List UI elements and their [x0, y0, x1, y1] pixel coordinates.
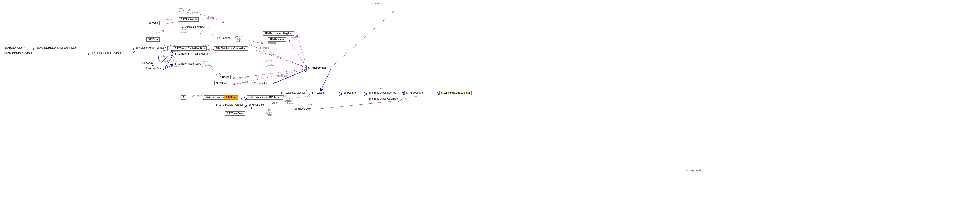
svg-text:_origin: _origin — [165, 19, 172, 21]
node-sfywidget[interactable]: SFYWidget — [310, 91, 326, 95]
node-sfywidget-colorrec[interactable]: SFYWidget::ColorRec — [279, 91, 307, 95]
svg-text:_handler: _handler — [239, 81, 248, 84]
node-label-sfaheap: SFAHeap< Alloc > — [4, 46, 24, 49]
node-sfxsize[interactable]: SFXSize — [146, 38, 160, 42]
diagram-container: _origin render_update _global _origin _s… — [0, 0, 980, 208]
node-label-sfydistributor: SFYDistributor — [251, 82, 267, 85]
svg-text:render_update: render_update — [184, 11, 199, 14]
node-sfxgraphics-fontrec[interactable]: SFXGraphics::FontRec — [177, 25, 207, 29]
node-label-sfxrgbcolor-rgbrec: SFXRGBColor::RGBRec — [216, 103, 243, 106]
node-sfydistributor-contextrec[interactable]: SFYDistributor::ContextRec — [214, 46, 248, 51]
svg-line-3 — [129, 51, 135, 54]
node-sfcerror[interactable]: SFCError — [224, 95, 238, 99]
node-label-sfybevelcolor: SFYBevelColor — [294, 107, 312, 110]
svg-text:_font: _font — [197, 33, 203, 35]
node-sfzsingletextboxcontrol[interactable]: SFZSingleTextBoxControl — [439, 91, 472, 95]
background-label: background — [686, 169, 701, 172]
svg-text:_real: _real — [236, 38, 241, 41]
svg-text:_handler: _handler — [266, 64, 274, 67]
svg-line-31 — [287, 96, 310, 99]
svg-text:_graphics: _graphics — [266, 42, 277, 44]
svg-text:_context: _context — [370, 3, 379, 5]
node-sfyresponder[interactable]: SFYResponder — [307, 66, 328, 70]
node-sfyresponder-flagrec[interactable]: SFYResponder::FlagRec — [263, 32, 294, 36]
svg-line-33 — [317, 100, 400, 109]
svg-text:_buffer: _buffer — [159, 55, 166, 57]
node-sfaheap[interactable]: SFAHeap< Alloc > — [3, 46, 26, 50]
node-label-sfzsingletextboxcontrol: SFZSingleTextBoxControl — [441, 91, 470, 94]
node-label-sfcerror: SFCError — [226, 96, 236, 99]
node-label-sfxsize: SFXSize — [148, 38, 158, 41]
svg-line-25 — [331, 5, 400, 68]
svg-text:_stranlate: _stranlate — [177, 32, 187, 34]
svg-text:_tracer: _tracer — [266, 59, 273, 61]
node-sfaclusterheap-debug[interactable]: SFAClusterHeap< SFDebugAllocator > — [35, 46, 81, 50]
diagram-svg: _origin render_update _global _origin _s… — [0, 0, 980, 208]
node-label-sfyhandler: SFYHandler — [216, 82, 230, 85]
svg-text:focus: focus — [287, 99, 293, 102]
node-sfxrectangle[interactable]: SFXRectangle — [179, 17, 199, 22]
node-sfxclusterheap-t[interactable]: SFXClusterHeap< T, Alloc > — [89, 51, 123, 55]
node-sfxgraphics[interactable]: SFXGraphics — [214, 36, 232, 40]
node-label-sfycontrol: SFYControl — [343, 91, 356, 94]
node-label-t: T — [183, 96, 185, 99]
svg-text:_color: _color — [271, 102, 278, 104]
svg-text:_child: _child — [266, 54, 272, 56]
svg-text:_uclip: _uclip — [235, 41, 241, 43]
svg-text:_dcontext: _dcontext — [259, 47, 269, 49]
node-label-sfxbasecolor: SFXBaseColor — [227, 112, 243, 115]
node-sfydistributor[interactable]: SFYDistributor — [249, 81, 269, 85]
node-sfyboxcontrol-colorrec[interactable]: SFYBoxControl::ColorRec — [367, 97, 399, 101]
node-sfyboxcontrol[interactable]: SFYBoxControl — [404, 91, 425, 95]
node-sfybevelcolor[interactable]: SFYBevelColor — [293, 107, 313, 111]
node-sfxarray-sfyresponderptr[interactable]: SFXArray< SFYResponderPtr > — [173, 52, 212, 56]
svg-text:bevel: bevel — [308, 103, 313, 106]
node-label-sfaclusterheap-debug: SFAClusterHeap< SFDebugAllocator > — [36, 46, 80, 49]
node-label-sfxrgbcolor: SFXRGBColor — [248, 103, 265, 106]
node-label-sfywidget: SFYWidget — [312, 91, 325, 94]
svg-line-20 — [290, 41, 307, 68]
node-label-sfxclusterheap-uint32: SFXClusterHeap< Uint32 > — [135, 46, 166, 49]
node-label-sfxarray-v: SFXArray< V > — [144, 67, 161, 70]
node-sfxrgbcolor-rgbrec[interactable]: SFXRGBColor::RGBRec — [214, 102, 245, 107]
node-sfxarray-v[interactable]: SFXArray< V > — [143, 66, 163, 71]
svg-line-17 — [248, 108, 253, 108]
node-t[interactable]: T — [181, 95, 186, 99]
node-sfxclusterheap-uint32[interactable]: SFXClusterHeap< Uint32 > — [134, 46, 168, 50]
svg-line-34 — [164, 21, 180, 24]
node-sfxgrid[interactable]: SFXGrid — [146, 21, 160, 25]
node-sfxrgbcolor[interactable]: SFXRGBColor — [247, 102, 266, 107]
svg-line-19 — [297, 35, 307, 68]
node-label-sfxgraphics: SFXGraphics — [216, 37, 231, 39]
node-sfaarray[interactable]: SFAArray — [141, 61, 155, 65]
node-label-sfxrectangle: SFXRectangle — [181, 18, 197, 21]
node-label-sfxarray-sfyresponderptr: SFXArray< SFYResponderPtr > — [175, 52, 210, 55]
node-sfyboxcontrol-keyrec[interactable]: SFYBoxControl::KeyRec — [367, 91, 398, 95]
svg-text:_dim: _dim — [266, 109, 272, 111]
node-label-sfyrenderer: SFYRenderer — [269, 38, 285, 41]
node-label-sfyresponder-flagrec: SFYResponder::FlagRec — [264, 32, 292, 35]
node-label-sfytracer: SFYTracer — [217, 76, 229, 79]
svg-line-40 — [208, 65, 224, 84]
node-sfxarray-noderecptr[interactable]: SFXArray< NodeRecPtr > — [173, 61, 205, 66]
node-sfxarray-cacherecptr[interactable]: SFXArray< CacheRecPtr > — [173, 46, 207, 51]
node-static-exception-sfcerror[interactable]: static_exception< SFCError > — [247, 95, 283, 99]
node-sfxbasecolor[interactable]: SFXBaseColor — [225, 111, 245, 116]
svg-text:_base: _base — [266, 113, 273, 116]
node-sfytracer[interactable]: SFYTracer — [215, 75, 231, 79]
svg-text:_distributer: _distributer — [276, 75, 288, 77]
node-sfycontrol[interactable]: SFYControl — [342, 91, 358, 95]
node-sfyhandler[interactable]: SFYHandler — [215, 81, 231, 85]
svg-text:_tracer: _tracer — [239, 76, 247, 79]
node-sfaclusterheap-alloc[interactable]: SFAClusterHeap< Alloc > — [3, 51, 34, 55]
node-label-sfyboxcontrol-keyrec: SFYBoxControl::KeyRec — [369, 91, 396, 94]
svg-line-27 — [401, 96, 417, 99]
svg-text:_light: _light — [266, 111, 272, 113]
node-sfyrenderer[interactable]: SFYRenderer — [268, 38, 286, 42]
node-label-sfaclusterheap-alloc: SFAClusterHeap< Alloc > — [4, 52, 32, 54]
node-label-sfaarray: SFAArray — [142, 61, 153, 65]
node-label-sfxarray-cacherecptr: SFXArray< CacheRecPtr > — [175, 47, 205, 50]
svg-text:_size: _size — [155, 32, 161, 34]
node-label-sfxgraphics-fontrec: SFXGraphics::FontRec — [179, 26, 205, 28]
node-label-static-exception-sfcerror: static_exception< SFCError > — [248, 96, 281, 99]
